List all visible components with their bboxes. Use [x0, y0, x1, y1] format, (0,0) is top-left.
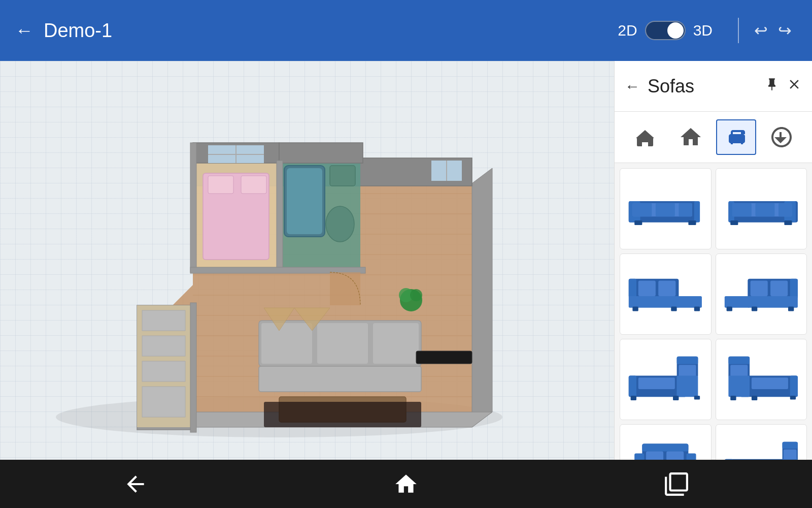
svg-rect-71	[732, 203, 752, 217]
svg-rect-49	[259, 366, 421, 392]
svg-rect-132	[782, 441, 797, 449]
svg-point-54	[410, 289, 422, 301]
svg-rect-104	[694, 396, 700, 400]
view-toggle: 2D 3D	[618, 21, 713, 40]
svg-rect-38	[142, 387, 185, 417]
svg-point-33	[326, 206, 354, 242]
svg-rect-62	[633, 203, 652, 217]
undo-button[interactable]: ↩	[754, 21, 768, 40]
svg-rect-113	[730, 396, 736, 400]
svg-rect-26	[208, 176, 233, 194]
nav-home-button[interactable]	[386, 466, 426, 502]
svg-marker-14	[472, 168, 492, 427]
category-nature[interactable]	[761, 119, 802, 155]
svg-rect-89	[748, 296, 798, 308]
toggle-2d-label: 2D	[618, 22, 637, 39]
svg-rect-91	[726, 306, 732, 311]
category-row	[615, 112, 812, 163]
svg-rect-41	[190, 303, 196, 432]
svg-rect-77	[629, 279, 636, 298]
svg-rect-65	[635, 220, 642, 225]
panel-header: ← Sofas	[615, 61, 812, 112]
svg-rect-36	[142, 336, 185, 356]
category-sofa[interactable]	[716, 119, 757, 155]
svg-rect-101	[677, 375, 698, 397]
svg-rect-27	[241, 176, 266, 194]
svg-rect-133	[784, 450, 797, 460]
close-panel-button[interactable]	[787, 77, 802, 96]
floorplan	[36, 82, 518, 439]
svg-rect-112	[728, 375, 750, 397]
sofa-item-1[interactable]	[620, 168, 712, 249]
svg-rect-29	[279, 143, 363, 163]
sofa-item-5[interactable]	[620, 339, 712, 420]
svg-rect-31	[287, 168, 322, 234]
svg-rect-73	[779, 203, 792, 217]
svg-rect-120	[635, 453, 645, 460]
divider	[738, 18, 739, 43]
svg-rect-103	[673, 396, 679, 400]
svg-rect-39	[277, 161, 283, 272]
view-toggle-switch[interactable]	[645, 21, 686, 40]
svg-rect-32	[330, 166, 355, 186]
svg-rect-64	[679, 203, 693, 217]
svg-rect-66	[689, 220, 696, 225]
canvas-area[interactable]	[0, 61, 614, 460]
pin-button[interactable]	[765, 77, 779, 95]
svg-rect-87	[751, 280, 768, 296]
svg-rect-35	[142, 310, 185, 331]
svg-rect-21	[190, 143, 196, 272]
svg-rect-79	[659, 280, 676, 296]
svg-rect-102	[631, 396, 636, 400]
svg-rect-121	[687, 453, 696, 460]
svg-rect-63	[656, 203, 675, 217]
sofa-grid	[615, 163, 812, 460]
toggle-knob	[667, 22, 684, 39]
svg-rect-84	[694, 306, 700, 311]
svg-rect-88	[770, 280, 788, 296]
svg-rect-74	[730, 220, 738, 225]
redo-button[interactable]: ↪	[778, 21, 792, 40]
svg-rect-37	[142, 361, 185, 382]
project-title: Demo-1	[44, 20, 618, 42]
svg-rect-108	[752, 377, 788, 389]
svg-rect-100	[679, 365, 696, 376]
svg-rect-83	[671, 306, 677, 311]
sofa-item-4[interactable]	[716, 253, 807, 335]
svg-rect-117	[642, 443, 689, 451]
svg-rect-80	[629, 296, 679, 308]
back-button[interactable]: ←	[15, 20, 33, 41]
svg-rect-48	[373, 323, 419, 364]
category-rooms[interactable]	[625, 119, 665, 155]
nav-back-button[interactable]	[115, 466, 156, 502]
nav-recent-button[interactable]	[656, 466, 697, 502]
svg-rect-82	[633, 306, 638, 311]
svg-rect-114	[752, 396, 757, 400]
sofa-item-2[interactable]	[716, 168, 807, 249]
svg-rect-72	[755, 203, 774, 217]
svg-rect-97	[638, 377, 675, 389]
svg-rect-95	[629, 375, 636, 397]
svg-rect-92	[752, 306, 757, 311]
main-content: ← Sofas	[0, 61, 812, 460]
svg-rect-118	[646, 451, 663, 460]
sofa-item-8[interactable]	[716, 424, 807, 460]
svg-rect-86	[790, 279, 798, 298]
svg-rect-46	[261, 323, 312, 364]
svg-rect-81	[677, 296, 702, 308]
svg-rect-60	[694, 201, 700, 223]
svg-rect-42	[330, 272, 360, 305]
sofa-item-3[interactable]	[620, 253, 712, 335]
sofa-item-6[interactable]	[716, 339, 807, 420]
svg-rect-90	[725, 296, 750, 308]
toggle-3d-label: 3D	[693, 22, 713, 39]
sofa-item-7[interactable]	[620, 424, 712, 460]
panel-back-button[interactable]: ←	[625, 78, 640, 95]
category-home[interactable]	[670, 119, 711, 155]
svg-rect-93	[788, 306, 794, 311]
top-bar: ← Demo-1 2D 3D ↩ ↪	[0, 0, 812, 61]
bottom-nav	[0, 460, 812, 508]
svg-rect-99	[677, 356, 698, 364]
svg-rect-115	[790, 396, 796, 400]
svg-rect-51	[416, 351, 472, 364]
